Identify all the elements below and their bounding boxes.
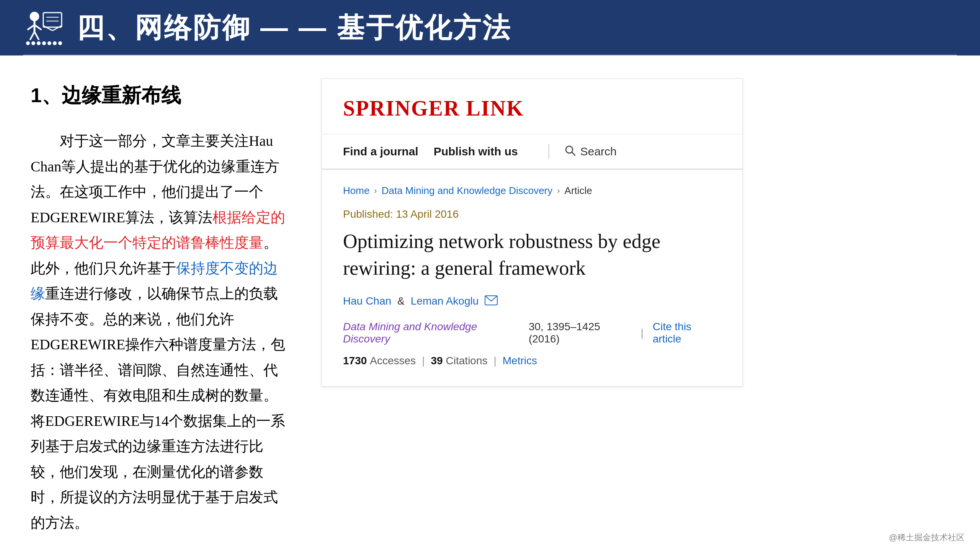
author2-link[interactable]: Leman Akoglu bbox=[411, 295, 479, 307]
svg-line-7 bbox=[43, 26, 52, 31]
publish-with-us-nav[interactable]: Publish with us bbox=[434, 145, 533, 158]
svg-point-16 bbox=[53, 41, 57, 45]
svg-point-17 bbox=[58, 41, 62, 45]
citations-label: Citations bbox=[446, 355, 488, 367]
svg-point-11 bbox=[26, 41, 30, 45]
springer-panel: SPRINGER LINK Find a journal Publish wit… bbox=[322, 78, 743, 386]
accesses-label: Accesses bbox=[370, 355, 416, 367]
pipe1: | bbox=[641, 327, 644, 339]
springer-logo: SPRINGER LINK bbox=[343, 96, 721, 121]
svg-point-13 bbox=[37, 41, 41, 45]
cite-article-link[interactable]: Cite this article bbox=[653, 321, 721, 345]
svg-line-3 bbox=[34, 25, 41, 29]
accesses-number: 1730 bbox=[343, 355, 367, 367]
svg-point-14 bbox=[42, 41, 46, 45]
svg-rect-6 bbox=[43, 13, 62, 27]
svg-point-12 bbox=[31, 41, 35, 45]
springer-body: Home › Data Mining and Knowledge Discove… bbox=[322, 170, 742, 386]
svg-line-8 bbox=[52, 26, 62, 31]
metrics-link[interactable]: Metrics bbox=[503, 355, 537, 367]
email-icon bbox=[485, 295, 498, 307]
authors-line: Hau Chan & Leman Akoglu bbox=[343, 295, 721, 307]
breadcrumb-journal[interactable]: Data Mining and Knowledge Discovery bbox=[382, 185, 553, 197]
search-icon bbox=[564, 145, 576, 159]
search-area[interactable]: Search bbox=[564, 145, 617, 159]
right-column: SPRINGER LINK Find a journal Publish wit… bbox=[322, 78, 949, 536]
author-amp: & bbox=[397, 295, 405, 307]
springer-logo-area: SPRINGER LINK bbox=[322, 79, 742, 134]
breadcrumb-sep1: › bbox=[374, 186, 377, 196]
header-title: 四、网络防御 — — 基于优化方法 bbox=[77, 10, 511, 46]
section-heading: 1、边缘重新布线 bbox=[31, 82, 291, 109]
metrics-sep1: | bbox=[422, 355, 425, 367]
paragraph3: 重连进行修改，以确保节点上的负载保持不变。总的来说，他们允许EDGEREWIRE… bbox=[31, 285, 285, 531]
svg-line-2 bbox=[28, 25, 34, 29]
svg-point-0 bbox=[30, 12, 39, 21]
journal-info-line: Data Mining and Knowledge Discovery 30, … bbox=[343, 321, 721, 345]
breadcrumb-current: Article bbox=[565, 185, 592, 197]
header-divider bbox=[23, 55, 957, 55]
journal-name-link[interactable]: Data Mining and Knowledge Discovery bbox=[343, 321, 523, 345]
publish-date: Published: 13 April 2016 bbox=[343, 208, 721, 220]
metrics-sep2: | bbox=[494, 355, 497, 367]
svg-line-19 bbox=[572, 152, 575, 155]
svg-line-5 bbox=[34, 32, 39, 39]
main-content: 1、边缘重新布线 对于这一部分，文章主要关注Hau Chan等人提出的基于优化的… bbox=[0, 55, 980, 551]
presenter-icon bbox=[23, 9, 65, 47]
breadcrumb-home[interactable]: Home bbox=[343, 185, 369, 197]
citations-number: 39 bbox=[431, 355, 443, 367]
breadcrumb: Home › Data Mining and Knowledge Discove… bbox=[343, 185, 721, 197]
search-label[interactable]: Search bbox=[580, 145, 617, 158]
article-title: Optimizing network robustness by edge re… bbox=[343, 228, 721, 282]
author1-link[interactable]: Hau Chan bbox=[343, 295, 391, 307]
metrics-line: 1730 Accesses | 39 Citations | Metrics bbox=[343, 355, 721, 367]
journal-details: 30, 1395–1425 (2016) bbox=[529, 321, 632, 345]
springer-nav: Find a journal Publish with us Search bbox=[322, 134, 742, 170]
header-banner: 四、网络防御 — — 基于优化方法 bbox=[0, 0, 980, 55]
svg-line-4 bbox=[30, 32, 34, 39]
svg-point-15 bbox=[47, 41, 51, 45]
body-text: 对于这一部分，文章主要关注Hau Chan等人提出的基于优化的边缘重连方法。在这… bbox=[31, 128, 291, 535]
nav-divider bbox=[549, 144, 549, 159]
find-journal-nav[interactable]: Find a journal bbox=[343, 145, 434, 158]
breadcrumb-sep2: › bbox=[557, 186, 560, 196]
left-column: 1、边缘重新布线 对于这一部分，文章主要关注Hau Chan等人提出的基于优化的… bbox=[31, 78, 291, 536]
footer-watermark: @稀土掘金技术社区 bbox=[889, 532, 965, 543]
